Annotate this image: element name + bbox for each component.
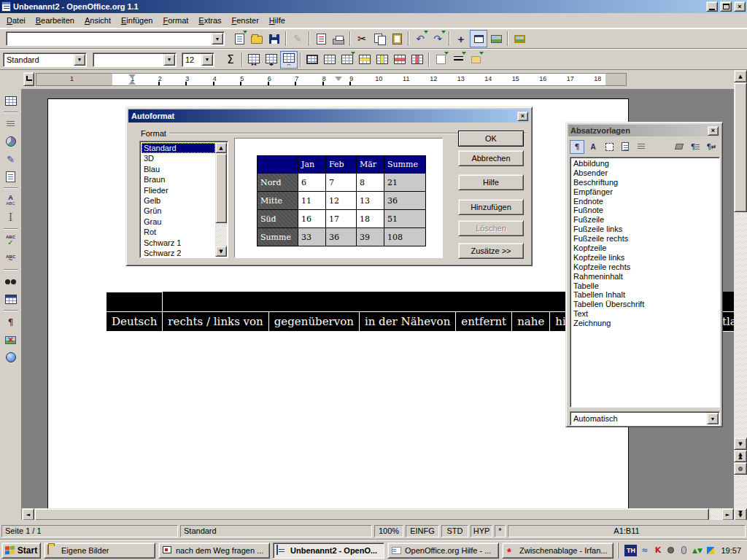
scroll-up-icon[interactable]: ▲ <box>734 70 747 82</box>
task-button-ooo-hilfe[interactable]: ≈ OpenOffice.org Hilfe - ... <box>387 542 499 559</box>
task-button-zwischenablage[interactable]: * Zwischenablage - Irfan... <box>502 542 614 559</box>
paragraph-style-combobox[interactable]: Standard ▼ <box>3 52 87 67</box>
split-cells-icon[interactable]: ◂▸ <box>263 51 280 69</box>
style-item[interactable]: Rahmeninhalt <box>571 272 719 281</box>
menu-item[interactable]: Bearbeiten <box>31 15 80 26</box>
frame-styles-icon[interactable] <box>602 140 616 154</box>
start-button[interactable]: Start <box>1 542 41 559</box>
style-item[interactable]: Fußzeile rechts <box>571 234 719 244</box>
style-item[interactable]: Empfänger <box>571 187 719 197</box>
new-document-icon[interactable] <box>231 30 248 47</box>
style-item[interactable]: Beschriftung <box>571 178 719 187</box>
german-cell[interactable]: in der Nähevon <box>359 312 455 332</box>
table-fixed-icon[interactable] <box>303 51 321 69</box>
style-item[interactable]: Fußzeile links <box>571 225 719 234</box>
online-layout-icon[interactable] <box>2 349 20 366</box>
sum-icon[interactable]: Σ <box>222 51 239 69</box>
cancel-button[interactable]: Abbrechen <box>458 150 524 166</box>
scroll-left-icon[interactable]: ◄ <box>22 508 34 521</box>
stylist-titlebar[interactable]: Absatzvorlagen × <box>568 125 720 136</box>
direct-cursor-icon[interactable]: I <box>2 209 20 226</box>
style-item[interactable]: Fußzeile <box>571 215 719 225</box>
format-item[interactable]: Schwarz 1 <box>142 238 215 248</box>
status-page[interactable]: Seite 1 / 1 <box>1 525 178 537</box>
stylist-close-icon[interactable]: × <box>708 126 719 136</box>
save-icon[interactable] <box>266 30 283 47</box>
format-item[interactable]: Grau <box>142 217 215 227</box>
style-item[interactable]: Kopfzeile <box>571 244 719 253</box>
fill-format-mode-icon[interactable] <box>672 140 686 154</box>
dropdown-arrow-icon[interactable]: ▼ <box>163 54 175 66</box>
horizontal-ruler[interactable]: 1 123456789101112131415161718 <box>36 73 627 86</box>
mouse-settings-icon[interactable] <box>678 545 689 556</box>
german-cell[interactable]: nahe <box>512 312 550 332</box>
redo-icon[interactable]: ↷ <box>429 30 446 47</box>
task-button-unbenannt2[interactable]: Unbenannt2 - OpenO... <box>273 542 384 559</box>
stylist-icon[interactable] <box>470 30 487 47</box>
copy-icon[interactable] <box>371 30 388 47</box>
spellcheck-icon[interactable]: ABC✓ <box>2 232 20 249</box>
input-switcher-icon[interactable] <box>705 545 716 556</box>
format-item[interactable]: 3D <box>142 153 215 163</box>
tab-type-button[interactable] <box>23 72 34 86</box>
right-indent-marker[interactable] <box>335 77 342 81</box>
style-item[interactable]: Endnote <box>571 197 719 206</box>
style-item[interactable]: Tabellen Inhalt <box>571 290 719 300</box>
table-autoformat-icon[interactable] <box>338 51 356 69</box>
status-page-style[interactable]: Standard <box>180 525 372 537</box>
more-options-button[interactable]: Zusätze >> <box>458 243 524 259</box>
dropdown-arrow-icon[interactable]: ▼ <box>74 54 85 66</box>
format-item[interactable]: Blau <box>142 164 215 174</box>
nonprinting-characters-icon[interactable]: ¶ <box>2 314 20 331</box>
dropdown-arrow-icon[interactable]: ▼ <box>212 33 223 44</box>
close-button[interactable]: × <box>734 1 746 12</box>
style-list[interactable]: AbbildungAbsenderBeschriftungEmpfängerEn… <box>570 157 720 408</box>
status-selection-mode[interactable]: STD <box>441 525 468 537</box>
format-item[interactable]: Standard <box>142 143 215 153</box>
style-item[interactable]: Kopfzeile rechts <box>571 262 719 272</box>
menu-item[interactable]: Hilfe <box>264 15 290 26</box>
new-style-from-selection-icon[interactable]: ¶ <box>688 140 703 154</box>
font-name-combobox[interactable]: ▼ <box>93 52 177 67</box>
style-item[interactable]: Zeichnung <box>571 319 719 328</box>
indent-marker-bottom[interactable] <box>128 80 136 85</box>
german-cell[interactable]: Deutsch <box>107 312 163 332</box>
list-scrollbar[interactable]: ▲ ▼ <box>215 142 227 257</box>
status-insert-mode[interactable]: EINFG <box>406 525 439 537</box>
graphics-on-off-icon[interactable]: × <box>2 331 20 349</box>
delete-column-icon[interactable] <box>409 51 426 69</box>
indent-marker-top[interactable] <box>128 74 136 79</box>
german-cell[interactable]: entfernt <box>456 312 512 332</box>
quickstarter-icon[interactable]: ≈ <box>639 545 650 556</box>
scroll-down-icon[interactable]: ▼ <box>734 438 747 450</box>
style-filter-combobox[interactable]: Automatisch ▼ <box>570 411 720 426</box>
next-page-icon[interactable]: ▼▼ <box>734 508 747 521</box>
menu-item[interactable]: Einfügen <box>116 15 158 26</box>
paragraph-styles-icon[interactable]: ¶ <box>570 140 584 154</box>
style-item[interactable]: Abbildung <box>571 159 719 168</box>
format-item[interactable]: Braun <box>142 174 215 184</box>
antivirus-icon[interactable]: K <box>652 545 663 556</box>
menu-item[interactable]: Format <box>158 15 193 26</box>
ok-button[interactable]: OK <box>458 131 524 147</box>
scroll-up-icon[interactable]: ▲ <box>215 142 227 153</box>
previous-page-icon[interactable]: ▲▲ <box>734 450 747 462</box>
format-item[interactable]: Rot <box>142 227 215 237</box>
dialog-titlebar[interactable]: Autoformat × <box>128 109 530 122</box>
insert-objects-icon[interactable] <box>2 133 20 150</box>
task-button-eigene-bilder[interactable]: Eigene Bilder <box>44 542 155 559</box>
scroll-down-icon[interactable]: ▼ <box>215 246 227 257</box>
menu-item[interactable]: Datei <box>1 15 31 26</box>
auto-spellcheck-icon[interactable]: ABC~ <box>2 249 20 267</box>
print-icon[interactable] <box>330 30 347 47</box>
character-styles-icon[interactable]: A <box>586 140 600 154</box>
dialog-close-icon[interactable]: × <box>517 112 528 121</box>
font-size-combobox[interactable]: 12 ▼ <box>182 52 214 67</box>
draw-functions-icon[interactable]: ✎ <box>2 150 20 168</box>
font-effects-icon[interactable]: AABC <box>2 191 20 209</box>
format-item[interactable]: Gelb <box>142 195 215 206</box>
cut-icon[interactable]: ✂ <box>353 30 371 47</box>
optimize-icon[interactable]: ↔ <box>280 51 298 69</box>
horizontal-scroll-thumb[interactable] <box>34 508 709 521</box>
format-item[interactable]: Flieder <box>142 185 215 195</box>
